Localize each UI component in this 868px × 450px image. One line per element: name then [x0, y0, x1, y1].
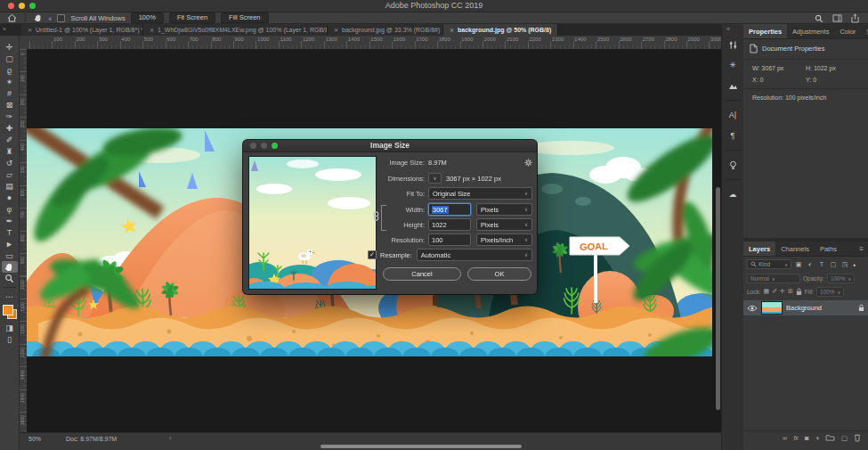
rectangular-marquee-tool[interactable]: ▢ [2, 53, 18, 64]
edit-toolbar[interactable]: ⋯ [2, 290, 18, 302]
tab-png-document[interactable]: ✕ 1_WhDjw8GiV5o0fl8XM4LXEw.png @ 100% (L… [143, 24, 328, 36]
resample-checkbox[interactable]: ✓ [368, 250, 377, 259]
resolution-unit-select[interactable]: Pixels/Inch ∨ [476, 233, 532, 246]
tab-properties[interactable]: Properties [743, 24, 787, 38]
filter-shape-layers-icon[interactable]: ▢ [829, 261, 838, 268]
panel-menu-icon[interactable]: ≡ [859, 245, 868, 253]
zoom-tool[interactable] [2, 273, 18, 284]
lock-paint-icon[interactable]: ✐ [772, 288, 777, 296]
zoom-level-field[interactable]: 50% [28, 436, 41, 442]
rectangle-tool[interactable]: ▭ [2, 250, 18, 261]
resample-select[interactable]: Automatic ∨ [417, 249, 532, 261]
resolution-input[interactable]: 100 [428, 233, 471, 246]
spot-healing-brush-tool[interactable]: ✚ [2, 122, 18, 134]
fill-field[interactable]: 100% ∨ [816, 287, 844, 297]
image-size-preview[interactable] [248, 156, 377, 290]
share-icon[interactable] [851, 13, 859, 23]
tab-close-icon[interactable]: ✕ [28, 27, 32, 33]
layer-thumbnail[interactable] [761, 301, 783, 315]
tab-background-33[interactable]: ✕ background.jpg @ 33.3% (RGB/8#) [328, 24, 443, 36]
adjustments-panel-icon[interactable]: ✳ [725, 59, 742, 71]
dock-expand-icon[interactable]: « [726, 26, 730, 32]
home-icon[interactable] [7, 13, 17, 22]
lock-artboard-icon[interactable]: ⊞ [788, 288, 793, 296]
blend-mode-select[interactable]: Normal ∨ [747, 274, 800, 283]
width-input[interactable]: 3067 [428, 203, 471, 216]
scroll-all-windows-checkbox[interactable] [57, 14, 65, 22]
tab-untitled-1[interactable]: ✕ Untitled-1 @ 100% (Layer 1, RGB/8*) * [21, 24, 143, 36]
search-icon[interactable] [815, 14, 823, 23]
layer-effects-icon[interactable]: fx [793, 435, 798, 441]
history-brush-tool[interactable]: ↺ [2, 157, 18, 168]
fit-to-select[interactable]: Original Size ∨ [428, 187, 532, 200]
move-tool[interactable]: ✛ [2, 41, 18, 53]
eraser-tool[interactable]: ▱ [2, 168, 18, 180]
ok-button[interactable]: OK [467, 267, 531, 281]
type-tool[interactable]: T [2, 226, 18, 238]
horizontal-scrollbar[interactable] [320, 445, 522, 448]
add-layer-mask-icon[interactable]: ◙ [805, 434, 809, 442]
fill-screen-button[interactable]: Fill Screen [221, 12, 268, 23]
cloud-status-icon[interactable]: ☁ [725, 188, 742, 200]
tab-close-icon[interactable]: ✕ [450, 27, 454, 33]
dimensions-dropdown-icon[interactable]: ∨ [428, 173, 442, 184]
filter-type-layers-icon[interactable]: T [817, 261, 826, 267]
layer-row-background[interactable]: Background [743, 300, 868, 315]
tab-channels[interactable]: Channels [775, 241, 815, 256]
link-layers-icon[interactable]: ∞ [783, 434, 787, 442]
frame-tool[interactable]: ⊠ [2, 99, 18, 110]
constrain-proportions-link-icon[interactable] [373, 211, 379, 221]
layer-filter-toggle[interactable]: ● [853, 262, 856, 267]
new-adjustment-layer-icon[interactable]: ◑ [815, 434, 819, 442]
new-layer-icon[interactable]: ▢ [841, 434, 848, 442]
height-input[interactable]: 1022 [428, 218, 471, 231]
color-swatches[interactable] [3, 305, 17, 319]
libraries-panel-icon[interactable] [725, 79, 742, 92]
toolbar-collapse-icon[interactable]: » [3, 26, 6, 32]
path-selection-tool[interactable]: ► [2, 238, 18, 250]
height-unit-select[interactable]: Pixels ∨ [476, 218, 532, 231]
tab-layers[interactable]: Layers [743, 241, 775, 256]
lock-all-icon[interactable] [796, 288, 802, 296]
screen-mode[interactable]: ▯ [2, 333, 18, 345]
layer-visibility-eye-icon[interactable] [747, 305, 758, 312]
fit-screen-button[interactable]: Fit Screen [169, 12, 215, 23]
tab-close-icon[interactable]: ✕ [150, 27, 154, 33]
filter-adjustment-layers-icon[interactable]: ◐ [806, 261, 815, 267]
cancel-button[interactable]: Cancel [383, 267, 461, 281]
hand-tool-options-icon[interactable] [34, 13, 43, 22]
layer-filter-kind-select[interactable]: Kind ∨ [747, 259, 791, 269]
workspace-switcher-icon[interactable] [832, 14, 842, 22]
hand-tool-dropdown-icon[interactable]: ∨ [48, 15, 52, 21]
vertical-scrollbar[interactable] [716, 187, 720, 410]
pen-tool[interactable]: ✒ [2, 215, 18, 226]
quick-selection-tool[interactable]: ✶ [2, 76, 18, 87]
tab-close-icon[interactable]: ✕ [334, 27, 338, 33]
tab-background-50-active[interactable]: ✕ background.jpg @ 50% (RGB/8) [443, 24, 558, 36]
crop-tool[interactable]: # [2, 87, 18, 99]
dialog-titlebar[interactable]: Image Size [243, 140, 537, 152]
filter-smart-objects-icon[interactable]: ◳ [840, 261, 849, 268]
lock-transparency-icon[interactable]: ▦ [764, 288, 770, 296]
dialog-gear-icon[interactable] [524, 159, 532, 167]
foreground-color-swatch[interactable] [3, 305, 13, 315]
blur-tool[interactable]: ● [2, 192, 18, 203]
lasso-tool[interactable]: ϱ [2, 64, 18, 76]
color-panel-icon[interactable] [725, 38, 742, 51]
new-group-icon[interactable] [825, 434, 835, 441]
learn-panel-icon[interactable] [725, 159, 742, 171]
horizontal-ruler[interactable]: 1002003004005006007008009001000110012001… [27, 36, 721, 50]
status-options-arrow-icon[interactable]: › [169, 435, 171, 441]
gradient-tool[interactable]: ▤ [2, 180, 18, 192]
tab-adjustments[interactable]: Adjustments [787, 24, 834, 38]
character-panel-icon[interactable]: A| [725, 109, 742, 121]
dodge-tool[interactable]: φ [2, 203, 18, 215]
quick-mask-mode[interactable]: ◨ [2, 322, 18, 333]
tab-paths[interactable]: Paths [815, 241, 842, 256]
opacity-field[interactable]: 100% ∨ [827, 274, 855, 283]
clone-stamp-tool[interactable]: ♜ [2, 145, 18, 157]
filter-pixel-layers-icon[interactable]: ▣ [794, 261, 803, 268]
lock-position-icon[interactable]: ✛ [780, 288, 785, 296]
paragraph-panel-icon[interactable]: ¶ [725, 129, 742, 142]
tab-swatches[interactable]: Swatches [861, 24, 868, 38]
